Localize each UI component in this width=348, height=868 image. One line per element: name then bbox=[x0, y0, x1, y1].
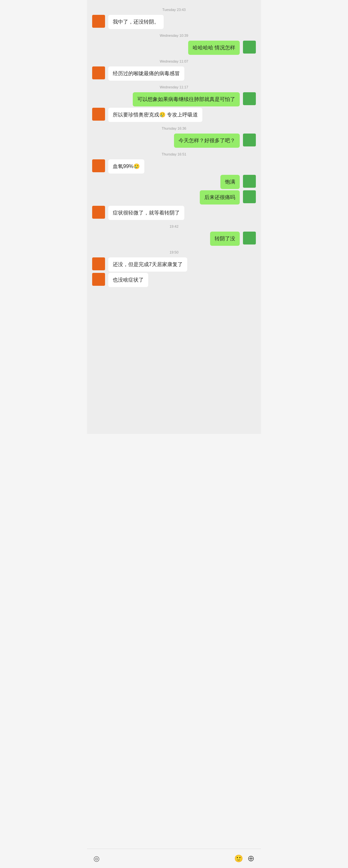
timestamp: 19:42 bbox=[87, 224, 261, 228]
message-row-left: 我中了，还没转阴。 bbox=[92, 15, 256, 29]
bubble-left: 症状很轻微了，就等着转阴了 bbox=[108, 206, 184, 220]
message-row-right: 后来还很痛吗 bbox=[92, 190, 256, 205]
bubble-right: 可以想象如果病毒继续往肺部就真是可怕了 bbox=[133, 92, 240, 106]
message-row-left: 经历过的喉咙最痛的病毒感冒 bbox=[92, 66, 256, 81]
message-row-left: 所以要珍惜奥密克戎🥲 专攻上呼吸道 bbox=[92, 108, 256, 122]
avatar-right bbox=[243, 190, 256, 203]
avatar-left bbox=[92, 257, 105, 270]
bubble-right: 后来还很痛吗 bbox=[200, 190, 240, 205]
avatar-left bbox=[92, 15, 105, 28]
timestamp: Tuesday 23:43 bbox=[87, 8, 261, 11]
timestamp: Thursday 16:36 bbox=[87, 126, 261, 130]
timestamp: Wednesday 10:39 bbox=[87, 34, 261, 37]
bubble-left: 我中了，还没转阴。 bbox=[108, 15, 164, 29]
message-row-right: 可以想象如果病毒继续往肺部就真是可怕了 bbox=[92, 92, 256, 106]
message-row-right: 今天怎样？好很多了吧？ bbox=[92, 133, 256, 148]
avatar-right bbox=[243, 92, 256, 105]
bubble-right: 饱满 bbox=[220, 175, 240, 189]
avatar-right bbox=[243, 41, 256, 54]
avatar-right bbox=[243, 175, 256, 188]
message-row-left: 也没啥症状了 bbox=[92, 273, 256, 287]
avatar-left bbox=[92, 273, 105, 286]
message-row-right: 转阴了没 bbox=[92, 231, 256, 246]
bubble-right: 哈哈哈哈 情况怎样 bbox=[188, 41, 240, 55]
timestamp: Wednesday 11:17 bbox=[87, 85, 261, 89]
message-row-left: 症状很轻微了，就等着转阴了 bbox=[92, 206, 256, 220]
message-row-right: 哈哈哈哈 情况怎样 bbox=[92, 41, 256, 55]
message-row-left: 还没，但是完成7天居家康复了 bbox=[92, 257, 256, 272]
bubble-right: 转阴了没 bbox=[210, 231, 240, 246]
chat-container: Tuesday 23:43我中了，还没转阴。Wednesday 10:39哈哈哈… bbox=[87, 0, 261, 434]
avatar-right bbox=[243, 133, 256, 147]
timestamp: Thursday 16:51 bbox=[87, 152, 261, 156]
avatar-left bbox=[92, 108, 105, 121]
bubble-left: 还没，但是完成7天居家康复了 bbox=[108, 257, 187, 272]
bubble-left: 所以要珍惜奥密克戎🥲 专攻上呼吸道 bbox=[108, 108, 202, 122]
message-row-right: 饱满 bbox=[92, 175, 256, 189]
timestamp: Wednesday 11:07 bbox=[87, 59, 261, 63]
message-row-left: 血氧99%🥲 bbox=[92, 159, 256, 174]
bubble-left: 也没啥症状了 bbox=[108, 273, 148, 287]
avatar-left bbox=[92, 206, 105, 219]
timestamp: 19:50 bbox=[87, 250, 261, 254]
bubble-left: 经历过的喉咙最痛的病毒感冒 bbox=[108, 66, 184, 81]
bubble-left: 血氧99%🥲 bbox=[108, 159, 144, 174]
avatar-right bbox=[243, 231, 256, 245]
avatar-left bbox=[92, 66, 105, 79]
bubble-right: 今天怎样？好很多了吧？ bbox=[174, 133, 240, 148]
avatar-left bbox=[92, 159, 105, 172]
